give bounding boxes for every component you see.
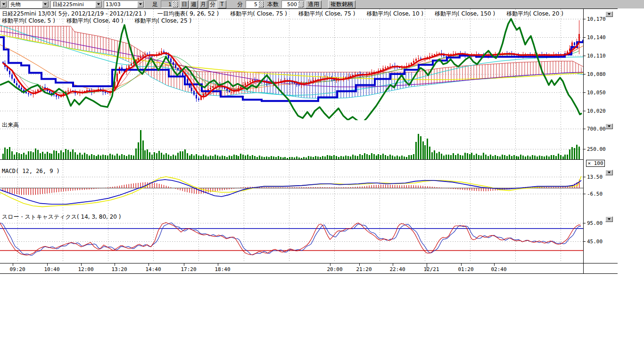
macd-pane-label: MACD( 12, 26, 9 ) [2, 168, 60, 174]
legend-item: 一目均衡表( 9, 26, 52 ) [157, 10, 219, 17]
axis-label: -6.50 [587, 191, 603, 197]
time-axis-label: 21:20 [356, 266, 372, 272]
axis-label: 10,170 [587, 16, 606, 22]
period-button-4[interactable]: T [218, 0, 226, 8]
contract-value: 13/03 [104, 1, 137, 8]
time-axis-label: 12:00 [78, 266, 93, 272]
volume-pane-label: 出来高 [2, 121, 19, 129]
time-axis-label: 14:40 [145, 266, 161, 272]
period-button-0[interactable]: 日 [180, 0, 189, 8]
time-axis-label: 12/21 [423, 266, 439, 272]
period-button-group: 日週月分T [180, 0, 226, 8]
bars-spinner[interactable]: 500 [281, 0, 304, 8]
chart-legend-line2: 移動平均( Close, 5 )移動平均( Close, 40 )移動平均( C… [2, 17, 203, 25]
contract-month-combobox[interactable]: 13/03 [104, 0, 144, 8]
minutes-spinner[interactable]: 5 [246, 0, 264, 8]
category-combobox[interactable]: 先物 [8, 0, 49, 8]
interval-value: 1 [161, 1, 173, 8]
minutes-label: 分 [236, 0, 244, 8]
chevron-down-icon[interactable] [42, 1, 49, 8]
legend-item: 移動平均( Close, 40 ) [66, 17, 124, 24]
legend-item: 日経225mini 13/03( 5分, 2012/12/19 - 2012/1… [2, 10, 146, 17]
bar-type-label: 足 [151, 0, 159, 8]
axis-label: 10,020 [587, 108, 606, 114]
stoch-pane-label: スロー・ストキャスティクス( 14, 3, 80, 20 ) [2, 213, 121, 221]
period-button-1[interactable]: 週 [190, 0, 198, 8]
minutes-value: 5 [246, 1, 258, 8]
multi-symbol-button[interactable]: 複数銘柄 [328, 0, 355, 8]
time-axis-label: 02:40 [491, 266, 506, 272]
chevron-down-icon[interactable] [137, 1, 144, 8]
legend-item: 移動平均( Close, 10 ) [366, 10, 423, 17]
axis-label: 95.00 [587, 220, 603, 226]
legend-item: 移動平均( Close, 150 ) [435, 10, 495, 17]
spinner-icon[interactable] [298, 1, 304, 8]
time-axis-label: 18:40 [215, 266, 230, 272]
time-axis-label: 09:20 [9, 266, 25, 272]
symbol-value: 日経225mini [51, 1, 95, 8]
period-button-2[interactable]: 月 [199, 0, 207, 8]
period-button-3[interactable]: 分 [208, 0, 217, 8]
chart-canvas: 10,17010,14010,11010,08010,05010,020700.… [0, 8, 618, 274]
macd-scale-dropdown-button[interactable] [605, 170, 613, 175]
legend-item: 移動平均( Close, 75 ) [298, 10, 355, 17]
symbol-combobox[interactable]: 日経225mini [50, 0, 102, 8]
legend-item: 移動平均( Close, 25 ) [135, 17, 192, 24]
interval-spinner[interactable]: 1 [161, 0, 179, 8]
spinner-icon[interactable] [173, 1, 178, 8]
axis-label: 700.00 [587, 126, 606, 132]
time-axis-label: 10:40 [44, 266, 59, 272]
time-axis-label: 20:00 [327, 266, 342, 272]
legend-item: 移動平均( Close, 5 ) [2, 17, 55, 24]
bars-label: 本数 [266, 0, 280, 8]
bars-value: 500 [282, 1, 298, 8]
toolbar: 先物 日経225mini 13/03 足 1 日週月分T 分 5 本数 500 … [0, 0, 644, 8]
axis-label: 13.50 [587, 174, 603, 180]
axis-label: 10,110 [587, 53, 606, 59]
legend-item: 移動平均( Close, 75 ) [230, 10, 287, 17]
apply-button[interactable]: 適用 [305, 0, 322, 8]
category-value: 先物 [9, 1, 42, 8]
volume-multiplier-badge: × 100 [586, 160, 605, 167]
chevron-down-icon[interactable] [1, 1, 7, 8]
axis-label: 45.00 [587, 239, 603, 245]
toolbar-grip-dropdown[interactable] [0, 0, 7, 8]
time-axis-label: 01:20 [458, 266, 473, 272]
time-axis-label: 17:20 [181, 266, 196, 272]
axis-label: 10,080 [587, 71, 606, 77]
time-axis-label: 13:20 [111, 266, 127, 272]
spinner-icon[interactable] [258, 1, 264, 8]
axis-label: 10,050 [587, 90, 606, 96]
stoch-scale-dropdown-button[interactable] [605, 216, 613, 222]
price-scale-dropdown-button[interactable] [605, 11, 613, 17]
legend-item: 移動平均( Close, 20 ) [506, 10, 563, 17]
axis-label: 250.00 [587, 146, 606, 152]
volume-scale-dropdown-button[interactable] [605, 123, 613, 129]
time-axis-label: 22:40 [389, 266, 405, 272]
axis-label: 10,140 [587, 34, 606, 41]
chevron-down-icon[interactable] [95, 1, 102, 8]
